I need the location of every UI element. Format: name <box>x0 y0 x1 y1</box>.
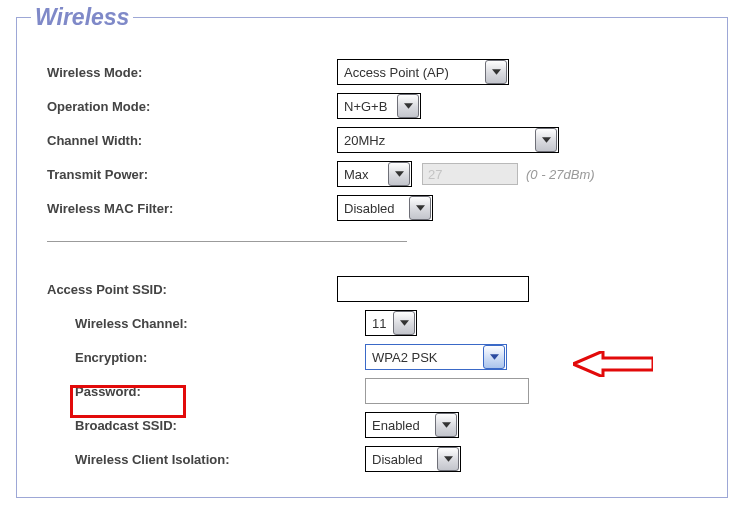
row-operation-mode: Operation Mode: N+G+B <box>47 89 711 123</box>
chevron-down-icon <box>388 162 410 186</box>
form-area: Wireless Mode: Access Point (AP) Operati… <box>17 31 727 486</box>
section-title: Wireless <box>31 4 133 31</box>
wireless-fieldset: Wireless Wireless Mode: Access Point (AP… <box>16 4 728 498</box>
chevron-down-icon <box>437 447 459 471</box>
row-mac-filter: Wireless MAC Filter: Disabled <box>47 191 711 225</box>
label-password: Password: <box>75 384 337 399</box>
chevron-down-icon <box>485 60 507 84</box>
chevron-down-icon <box>393 311 415 335</box>
chevron-down-icon <box>535 128 557 152</box>
label-client-isolation: Wireless Client Isolation: <box>75 452 337 467</box>
chevron-down-icon <box>397 94 419 118</box>
row-password: Password: <box>47 374 711 408</box>
chevron-down-icon <box>435 413 457 437</box>
ap-ssid-input[interactable] <box>337 276 529 302</box>
label-broadcast-ssid: Broadcast SSID: <box>75 418 337 433</box>
row-wireless-channel: Wireless Channel: 11 <box>47 306 711 340</box>
wireless-channel-value: 11 <box>366 316 392 331</box>
transmit-power-hint: (0 - 27dBm) <box>526 167 595 182</box>
row-wireless-mode: Wireless Mode: Access Point (AP) <box>47 55 711 89</box>
row-client-isolation: Wireless Client Isolation: Disabled <box>47 442 711 476</box>
mac-filter-select[interactable]: Disabled <box>337 195 433 221</box>
encryption-select[interactable]: WPA2 PSK <box>365 344 507 370</box>
transmit-power-value: Max <box>338 167 387 182</box>
row-encryption: Encryption: WPA2 PSK <box>47 340 711 374</box>
label-transmit-power: Transmit Power: <box>47 167 337 182</box>
client-isolation-value: Disabled <box>366 452 436 467</box>
label-wireless-channel: Wireless Channel: <box>75 316 337 331</box>
mac-filter-value: Disabled <box>338 201 408 216</box>
client-isolation-select[interactable]: Disabled <box>365 446 461 472</box>
label-wireless-mode: Wireless Mode: <box>47 65 337 80</box>
encryption-value: WPA2 PSK <box>366 350 482 365</box>
label-encryption: Encryption: <box>75 350 337 365</box>
transmit-power-select[interactable]: Max <box>337 161 412 187</box>
wireless-mode-select[interactable]: Access Point (AP) <box>337 59 509 85</box>
broadcast-ssid-value: Enabled <box>366 418 434 433</box>
operation-mode-value: N+G+B <box>338 99 396 114</box>
label-mac-filter: Wireless MAC Filter: <box>47 201 337 216</box>
wireless-mode-value: Access Point (AP) <box>338 65 484 80</box>
channel-width-value: 20MHz <box>338 133 534 148</box>
row-channel-width: Channel Width: 20MHz <box>47 123 711 157</box>
operation-mode-select[interactable]: N+G+B <box>337 93 421 119</box>
label-channel-width: Channel Width: <box>47 133 337 148</box>
chevron-down-icon <box>409 196 431 220</box>
wireless-channel-select[interactable]: 11 <box>365 310 417 336</box>
label-ap-ssid: Access Point SSID: <box>47 282 337 297</box>
broadcast-ssid-select[interactable]: Enabled <box>365 412 459 438</box>
label-operation-mode: Operation Mode: <box>47 99 337 114</box>
row-transmit-power: Transmit Power: Max 27 (0 - 27dBm) <box>47 157 711 191</box>
separator <box>47 241 407 242</box>
password-input[interactable] <box>365 378 529 404</box>
row-broadcast-ssid: Broadcast SSID: Enabled <box>47 408 711 442</box>
channel-width-select[interactable]: 20MHz <box>337 127 559 153</box>
row-ap-ssid: Access Point SSID: <box>47 272 711 306</box>
transmit-power-custom-input: 27 <box>422 163 518 185</box>
chevron-down-icon <box>483 345 505 369</box>
